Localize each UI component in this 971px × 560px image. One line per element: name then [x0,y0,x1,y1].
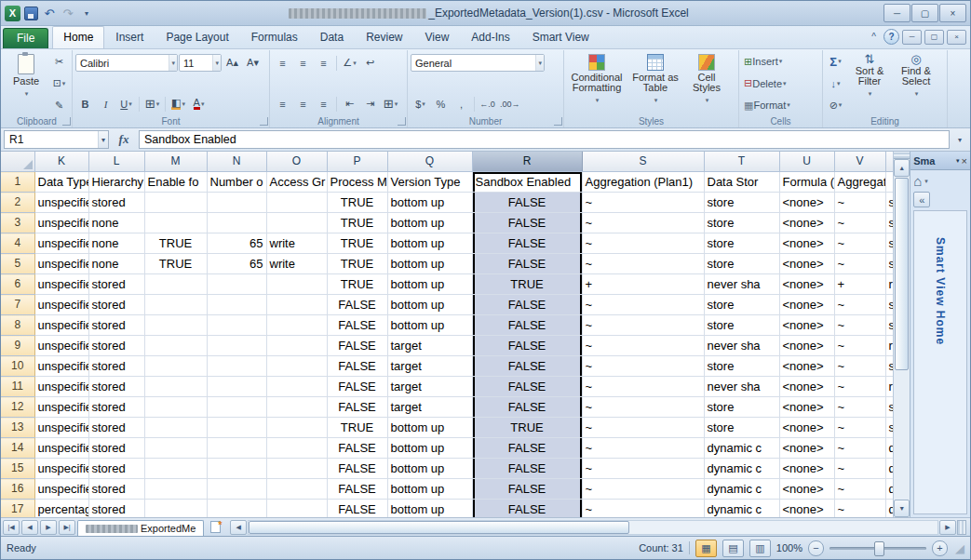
cell-R10[interactable]: FALSE [472,356,582,377]
cell-V13[interactable]: ~ [834,418,885,438]
cell-Q13[interactable]: bottom up [387,418,472,438]
alignment-dialog-launcher[interactable] [398,117,406,126]
horizontal-scrollbar[interactable]: ◀ ▶ [228,520,968,535]
cell-V4[interactable]: ~ [834,233,885,254]
cell-Q8[interactable]: bottom up [387,315,472,336]
cell-U13[interactable]: <none> [779,418,834,438]
fill-color-dropdown-icon[interactable]: ▾ [182,100,185,108]
cell-T10[interactable]: store [704,356,779,377]
ribbon-tab-view[interactable]: View [414,26,461,48]
zoom-slider[interactable] [829,540,926,555]
tab-split-handle[interactable] [957,520,966,535]
cell-O6[interactable] [266,274,327,295]
grow-font-button[interactable]: A▴ [223,55,242,72]
cell-O17[interactable] [266,500,327,518]
column-header-O[interactable]: O [266,152,327,172]
cell-U11[interactable]: <none> [779,377,834,397]
cell-R9[interactable]: FALSE [472,336,582,356]
cell-Q7[interactable]: bottom up [387,295,472,315]
row-header-15[interactable]: 15 [1,459,34,479]
cell-P2[interactable]: TRUE [327,193,387,213]
horizontal-scrollbar-track[interactable] [248,520,938,535]
cell-W6[interactable]: r [885,274,893,295]
cell-V8[interactable]: ~ [834,315,885,336]
cell-O8[interactable] [266,315,327,336]
cell-S13[interactable]: ~ [582,418,704,438]
ribbon-tab-add-ins[interactable]: Add-Ins [460,26,520,48]
row-header-8[interactable]: 8 [1,315,34,336]
row-header-2[interactable]: 2 [1,193,34,213]
cell-N15[interactable] [207,459,266,479]
cell-T17[interactable]: dynamic c [704,500,779,518]
column-header-L[interactable]: L [88,152,144,172]
column-header-M[interactable]: M [144,152,207,172]
row-header-5[interactable]: 5 [1,254,34,274]
workbook-close-button[interactable]: × [947,30,966,45]
align-top-button[interactable]: ≡ [273,55,292,72]
smart-view-home-link[interactable]: Smart View Home [934,237,947,513]
cell-S15[interactable]: ~ [582,459,704,479]
cell-L13[interactable]: stored [88,418,144,438]
cell-T8[interactable]: store [704,315,779,336]
view-normal-button[interactable]: ▦ [695,540,717,557]
merge-center-button[interactable]: ⊞▾ [381,96,400,113]
home-icon[interactable]: ⌂ [913,173,922,189]
file-tab[interactable]: File [3,28,48,48]
cell-M11[interactable] [144,377,207,397]
cell-R15[interactable]: FALSE [472,459,582,479]
cell-T14[interactable]: dynamic c [704,438,779,459]
cell-L12[interactable]: stored [88,397,144,418]
cell-R3[interactable]: FALSE [472,213,582,233]
insert-worksheet-button[interactable]: * [206,520,226,534]
ribbon-tab-data[interactable]: Data [309,26,355,48]
ribbon-tab-insert[interactable]: Insert [104,26,155,48]
ribbon-tab-formulas[interactable]: Formulas [240,26,309,48]
cell-U4[interactable]: <none> [779,233,834,254]
cell-P1[interactable]: Process M [327,172,387,193]
name-box-dropdown-icon[interactable]: ▾ [98,131,108,148]
format-painter-button[interactable]: ✎ [49,97,69,113]
column-header-V[interactable]: V [834,152,885,172]
cell-R4[interactable]: FALSE [472,233,582,254]
vertical-scrollbar-thumb[interactable] [895,178,909,370]
row-header-10[interactable]: 10 [1,356,34,377]
font-color-button[interactable]: A▾ [189,96,209,113]
workbook-minimize-button[interactable]: ─ [902,30,922,45]
cell-O11[interactable] [266,377,327,397]
column-header-R[interactable]: R [472,152,582,172]
scroll-down-button[interactable]: ▼ [894,500,910,517]
home-dropdown-icon[interactable]: ▾ [924,178,928,185]
cell-W2[interactable]: s [885,193,893,213]
currency-button[interactable]: $▾ [411,96,430,113]
copy-button[interactable]: ⊡▾ [49,75,69,92]
cell-N17[interactable] [207,500,266,518]
name-box[interactable]: R1 ▾ [4,130,109,149]
cell-N4[interactable]: 65 [207,233,266,254]
cell-O7[interactable] [266,295,327,315]
cell-W9[interactable]: r [885,336,893,356]
cell-L5[interactable]: none [88,254,144,274]
cell-U16[interactable]: <none> [779,479,834,500]
cell-O13[interactable] [266,418,327,438]
cell-U15[interactable]: <none> [779,459,834,479]
first-sheet-button[interactable]: |◀ [3,520,20,535]
cell-V16[interactable]: ~ [834,479,885,500]
cell-S6[interactable]: + [582,274,704,295]
cell-P8[interactable]: FALSE [327,315,387,336]
cell-N7[interactable] [207,295,266,315]
cell-S12[interactable]: ~ [582,397,704,418]
cell-W11[interactable]: r [885,377,893,397]
cell-T4[interactable]: store [704,233,779,254]
cell-K14[interactable]: unspecified [34,438,88,459]
cell-T9[interactable]: never sha [704,336,779,356]
column-header-U[interactable]: U [779,152,834,172]
cell-N9[interactable] [207,336,266,356]
zoom-out-button[interactable]: − [808,540,824,556]
cell-U8[interactable]: <none> [779,315,834,336]
cell-M10[interactable] [144,356,207,377]
cell-Q17[interactable]: bottom up [387,500,472,518]
cell-U1[interactable]: Formula ( [779,172,834,193]
cell-P16[interactable]: FALSE [327,479,387,500]
decrease-decimal-button[interactable]: .00→ [498,96,522,113]
cell-V1[interactable]: Aggregati [834,172,885,193]
